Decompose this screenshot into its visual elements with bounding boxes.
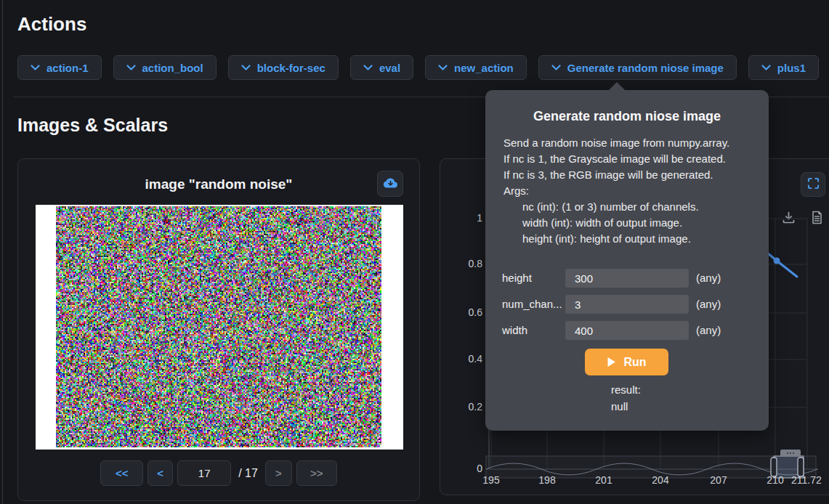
field-type-hint: (any) (696, 298, 721, 310)
x-axis-tick: 204 (652, 474, 668, 486)
field-row-height: height (any) (485, 269, 769, 289)
y-axis-tick: 0.2 (450, 401, 482, 412)
cloud-download-icon (383, 176, 398, 192)
image-download-button[interactable] (377, 171, 403, 197)
pager-prev-button[interactable]: < (147, 460, 173, 486)
y-axis-tick: 0 (450, 463, 482, 474)
pager-last-button[interactable]: >> (296, 460, 337, 486)
action-button-label: plus1 (777, 62, 806, 74)
y-axis-tick: 0.8 (450, 258, 482, 269)
field-label: width (502, 324, 563, 336)
window-left-border (2, 0, 3, 504)
field-row-num-channels: num_chan... (any) (485, 295, 769, 315)
x-axis-tick: 211.72 (791, 474, 822, 486)
width-field[interactable] (565, 321, 689, 340)
x-axis-tick: 198 (538, 474, 555, 486)
action-button-eval[interactable]: eval (350, 55, 413, 80)
images-scalars-section-title: Images & Scalars (17, 115, 168, 136)
field-row-width: width (any) (485, 321, 769, 341)
y-axis-tick: 1 (450, 212, 482, 224)
chevron-down-icon (126, 65, 136, 71)
pager-total-label: / 17 (238, 467, 258, 480)
chevron-down-icon (438, 65, 448, 71)
description-line: width (int): width of output image. (504, 215, 729, 231)
action-popover: Generate random niose image Send a rando… (485, 90, 769, 431)
actions-button-row: action-1 action_bool block-for-sec eval … (17, 55, 829, 80)
run-button[interactable]: Run (585, 349, 668, 375)
action-button-plus1[interactable]: plus1 (748, 55, 819, 80)
action-button-new-action[interactable]: new_action (425, 55, 527, 80)
action-button-label: action_bool (142, 62, 203, 74)
chevron-down-icon (363, 65, 373, 71)
x-axis-tick: 207 (710, 474, 727, 486)
field-label: num_chan... (502, 298, 563, 310)
y-axis-tick: 0.4 (450, 353, 482, 365)
description-line: height (int): height of output image. (504, 231, 729, 247)
run-button-label: Run (623, 356, 646, 369)
action-button-label: block-for-sec (257, 62, 325, 74)
chevron-down-icon (551, 65, 561, 71)
action-button-generate-random-niose-image[interactable]: Generate random niose image (538, 55, 737, 80)
num-channels-field[interactable] (565, 295, 689, 314)
pager-next-button[interactable]: > (265, 460, 292, 486)
action-button-label: new_action (454, 62, 514, 74)
random-noise-figure (36, 205, 403, 450)
action-button-label: eval (379, 62, 400, 74)
play-icon (607, 357, 616, 367)
field-label: height (502, 272, 563, 284)
y-axis-tick: 0.6 (450, 306, 482, 318)
popover-description: Send a random noise image from numpy.arr… (504, 135, 729, 247)
image-pager: << < / 17 > >> (18, 460, 419, 486)
actions-section-title: Actions (17, 13, 86, 36)
random-noise-image (56, 206, 381, 447)
action-button-label: Generate random niose image (567, 62, 724, 74)
field-type-hint: (any) (696, 272, 721, 284)
popover-title: Generate random niose image (485, 109, 769, 124)
chevron-down-icon (241, 65, 251, 71)
chevron-down-icon (761, 65, 771, 71)
action-button-label: action-1 (46, 62, 89, 74)
result-label: result: (611, 383, 641, 396)
datazoom-move-handle[interactable] (780, 450, 801, 457)
height-field[interactable] (565, 269, 689, 288)
description-line: Send a random noise image from numpy.arr… (504, 135, 729, 151)
chevron-down-icon (31, 65, 40, 71)
description-line: nc (int): (1 or 3) number of channels. (504, 199, 729, 215)
x-axis-tick: 195 (482, 474, 499, 486)
popover-arrow (609, 82, 625, 90)
action-button-block-for-sec[interactable]: block-for-sec (228, 55, 339, 80)
image-card-title: image "random noise" (18, 176, 419, 192)
description-line: Args: (504, 183, 729, 199)
field-type-hint: (any) (696, 324, 721, 336)
image-card: image "random noise" << < / 17 > >> (17, 158, 420, 501)
pager-first-button[interactable]: << (100, 460, 143, 486)
description-line: If nc is 3, the RGB image will be genera… (504, 167, 729, 183)
action-button-action-bool[interactable]: action_bool (113, 55, 217, 80)
action-button-action-1[interactable]: action-1 (17, 55, 102, 80)
pager-page-input[interactable] (177, 460, 231, 486)
x-axis-tick: 210 (767, 474, 783, 486)
result-value: null (611, 400, 628, 412)
description-line: If nc is 1, the Grayscale image will be … (504, 151, 729, 167)
x-axis-tick: 201 (595, 474, 612, 486)
